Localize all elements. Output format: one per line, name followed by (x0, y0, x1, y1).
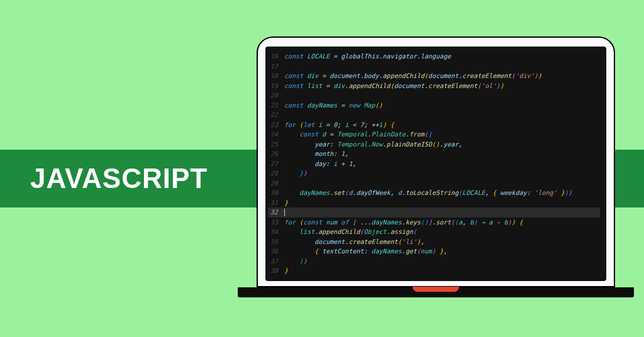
line-number: 21 (268, 101, 284, 111)
code-line: 38} (268, 266, 600, 276)
code-editor: 16const LOCALE = globalThis.navigator.la… (265, 47, 606, 281)
line-number: 23 (268, 120, 284, 130)
line-number: 35 (268, 237, 284, 247)
code-line: 28 }) (268, 168, 600, 179)
line-number: 27 (268, 159, 284, 169)
code-content: }) (284, 168, 307, 179)
code-content: const d = Temporal.PlainDate.from({ (284, 130, 432, 140)
code-content: for (const num of [ ...dayNames.keys()].… (284, 218, 523, 228)
code-line: 16const LOCALE = globalThis.navigator.la… (268, 52, 600, 62)
code-line: 26 month: 1, (268, 149, 600, 159)
code-line: 23for (let i = 0; i < 7; ++i) { (268, 120, 600, 130)
line-number: 33 (268, 218, 284, 228)
line-number: 31 (268, 198, 284, 208)
code-line: 35 document.createElement('li'), (268, 237, 600, 247)
line-number: 25 (268, 140, 284, 150)
code-line: 22 (268, 110, 600, 120)
line-number: 24 (268, 130, 284, 140)
code-content (284, 207, 285, 218)
code-line: 30 dayNames.set(d.dayOfWeek, d.toLocaleS… (268, 188, 600, 198)
code-line: 33for (const num of [ ...dayNames.keys()… (268, 218, 600, 228)
code-line: 27 day: i + 1, (268, 159, 600, 169)
laptop-graphic: 16const LOCALE = globalThis.navigator.la… (257, 36, 615, 297)
line-number: 37 (268, 257, 284, 267)
laptop-bezel: 16const LOCALE = globalThis.navigator.la… (257, 36, 615, 287)
code-content: { textContent: dayNames.get(num) }, (284, 246, 447, 257)
code-line: 31} (268, 198, 600, 208)
code-content: month: 1, (284, 149, 348, 159)
line-number: 26 (268, 149, 284, 159)
code-content: const LOCALE = globalThis.navigator.lang… (284, 52, 451, 62)
code-line: 21const dayNames = new Map() (268, 101, 600, 111)
code-content: dayNames.set(d.dayOfWeek, d.toLocaleStri… (284, 188, 572, 198)
line-number: 38 (268, 266, 284, 276)
line-number: 16 (268, 52, 284, 62)
laptop-base (238, 287, 634, 297)
line-number: 17 (268, 62, 284, 72)
code-line: 17 (268, 62, 600, 72)
code-content: } (284, 198, 288, 208)
code-content: for (let i = 0; i < 7; ++i) { (284, 120, 394, 130)
code-content: const list = div.appendChild(document.cr… (284, 81, 504, 91)
code-content: document.createElement('li'), (284, 237, 425, 247)
line-number: 18 (268, 71, 284, 81)
laptop-hinge-notch (413, 287, 459, 292)
code-line: 20 (268, 91, 600, 101)
code-content: )) (284, 257, 307, 267)
code-line: 25 year: Temporal.Now.plainDateISO().yea… (268, 140, 600, 150)
code-content: day: i + 1, (284, 159, 356, 169)
line-number: 32 (268, 207, 284, 218)
code-line: 18const div = document.body.appendChild(… (268, 71, 600, 81)
line-number: 30 (268, 188, 284, 198)
line-number: 28 (268, 168, 284, 179)
line-number: 34 (268, 227, 284, 237)
code-content: const dayNames = new Map() (284, 101, 383, 111)
code-line: 36 { textContent: dayNames.get(num) }, (268, 246, 600, 257)
line-number: 20 (268, 91, 284, 101)
code-line: 32 (268, 207, 600, 218)
code-content: const div = document.body.appendChild(do… (284, 71, 542, 81)
code-content: year: Temporal.Now.plainDateISO().year, (284, 140, 462, 150)
code-line: 34 list.appendChild(Object.assign( (268, 227, 600, 237)
cursor (284, 209, 285, 216)
code-line: 24 const d = Temporal.PlainDate.from({ (268, 130, 600, 140)
code-content: } (284, 266, 288, 276)
code-line: 29 (268, 179, 600, 189)
banner-title: JAVASCRIPT (30, 163, 208, 194)
code-content: list.appendChild(Object.assign( (284, 227, 417, 237)
line-number: 36 (268, 246, 284, 257)
line-number: 22 (268, 110, 284, 120)
line-number: 29 (268, 179, 284, 189)
line-number: 19 (268, 81, 284, 91)
code-line: 37 )) (268, 257, 600, 267)
code-line: 19const list = div.appendChild(document.… (268, 81, 600, 91)
